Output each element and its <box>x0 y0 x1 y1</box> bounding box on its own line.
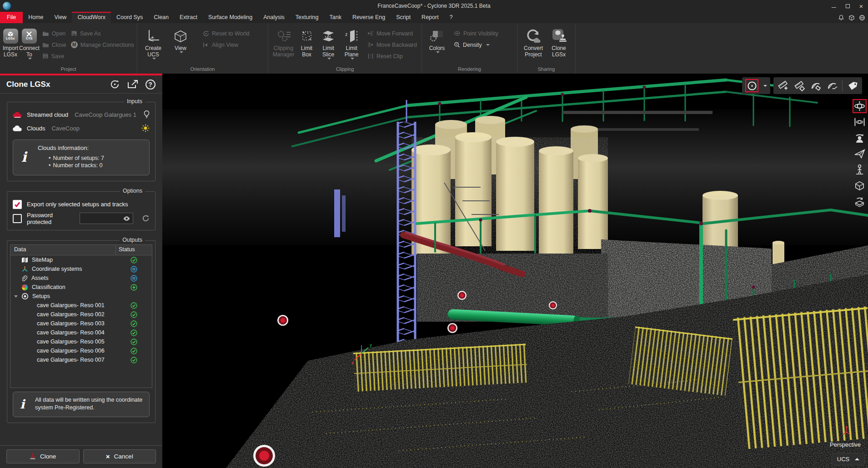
table-row-assets[interactable]: Assets <box>10 274 152 283</box>
look-around-icon[interactable] <box>853 131 867 145</box>
streamed-cloud-label: Streamed cloud <box>27 111 68 118</box>
orbit-icon[interactable] <box>853 99 867 113</box>
close-button-ribbon[interactable]: Close <box>40 40 68 50</box>
tab-surface-modeling[interactable]: Surface Modeling <box>203 12 258 23</box>
tab-cloudworx[interactable]: CloudWorx <box>72 12 111 23</box>
clipping-manager-button[interactable]: Clipping Manager <box>271 25 296 58</box>
view-cube-icon[interactable] <box>853 179 867 193</box>
limit-plane-button[interactable]: z Limit Plane <box>340 25 363 60</box>
density-button[interactable]: Density <box>452 40 500 50</box>
table-row-setup-001[interactable]: cave Galargues- Reso 001 <box>10 301 152 310</box>
viewport-3d[interactable]: x y <box>162 74 868 468</box>
move-forward-button[interactable]: Move Forward <box>366 29 419 38</box>
password-protected-checkbox[interactable] <box>13 214 22 223</box>
import-lgsx-button[interactable]: LGSx Import LGSx <box>3 25 18 58</box>
save-button[interactable]: Save <box>40 51 68 61</box>
clouds-row[interactable]: Clouds CaveCoop <box>13 121 150 135</box>
turntable-icon[interactable] <box>853 194 867 209</box>
tab-view[interactable]: View <box>49 12 72 23</box>
measure-add-icon[interactable] <box>777 80 789 92</box>
column-header-data: Data <box>10 245 115 255</box>
dropdown-caret-icon <box>152 58 156 60</box>
table-row-setup-007[interactable]: cave Galargues- Reso 007 <box>10 355 152 364</box>
view-button[interactable]: View <box>167 25 194 53</box>
tab-extract[interactable]: Extract <box>174 12 203 23</box>
point-visibility-button[interactable]: Point Visibility <box>452 29 500 38</box>
tab-file[interactable]: File <box>0 12 23 23</box>
measure-cloud-icon[interactable] <box>793 80 806 92</box>
dropdown-caret-icon <box>28 58 32 60</box>
clone-button[interactable]: Clone <box>6 449 80 463</box>
align-view-button[interactable]: Align View <box>201 40 251 50</box>
tab-home[interactable]: Home <box>23 12 49 23</box>
point-cloud-scene[interactable]: x y <box>162 74 868 468</box>
manage-connections-button[interactable]: M Manage Connections <box>69 40 136 50</box>
lightbulb-icon[interactable] <box>144 110 150 119</box>
cancel-x-icon: × <box>106 453 110 460</box>
close-button[interactable]: × <box>854 0 868 12</box>
undock-icon[interactable] <box>127 79 138 90</box>
tab-script[interactable]: Script <box>391 12 416 23</box>
table-row-coordinate-systems[interactable]: Coordinate systems <box>10 264 152 274</box>
tab-reverse-eng[interactable]: Reverse Eng <box>347 12 391 23</box>
minimize-button[interactable] <box>827 0 841 12</box>
table-row-setup-004[interactable]: cave Galargues- Reso 004 <box>10 328 152 337</box>
tab-texturing[interactable]: Texturing <box>290 12 324 23</box>
tab-help[interactable]: ? <box>444 12 458 23</box>
sitemap-icon <box>21 257 28 263</box>
tab-clean[interactable]: Clean <box>148 12 174 23</box>
ucs-button[interactable]: UCS <box>832 453 865 465</box>
table-row-setups[interactable]: Setups <box>10 292 152 301</box>
table-row-sitemap[interactable]: SiteMap <box>10 255 152 264</box>
help-icon[interactable]: ? <box>145 79 156 90</box>
reset-icon[interactable] <box>109 79 120 90</box>
clone-lgsx-button[interactable]: Clone LGSx <box>547 25 570 58</box>
globe-icon[interactable] <box>859 15 865 21</box>
group-label-project: Project <box>0 66 137 74</box>
open-button[interactable]: Open <box>40 29 68 38</box>
save-as-button[interactable]: Save As <box>69 29 136 38</box>
table-row-setup-002[interactable]: cave Galargues- Reso 002 <box>10 310 152 319</box>
tab-tank[interactable]: Tank <box>324 12 346 23</box>
export-only-checkbox[interactable] <box>13 200 22 209</box>
tab-report[interactable]: Report <box>416 12 444 23</box>
reset-to-world-button[interactable]: Reset to World <box>201 29 251 38</box>
table-row-setup-006[interactable]: cave Galargues- Reso 006 <box>10 346 152 355</box>
limit-slice-button[interactable]: Limit Slice <box>317 25 339 60</box>
classification-icon <box>21 284 28 291</box>
angle-wave-icon[interactable] <box>826 80 838 92</box>
bell-icon[interactable] <box>838 15 844 21</box>
reset-clip-button[interactable]: Reset Clip <box>366 51 419 61</box>
password-input[interactable] <box>80 213 133 224</box>
package-icon[interactable] <box>848 15 855 21</box>
dropdown-caret-icon[interactable] <box>763 85 767 87</box>
projection-label: Perspective <box>830 441 861 448</box>
tab-analysis[interactable]: Analysis <box>258 12 290 23</box>
table-row-classification[interactable]: Classification <box>10 283 152 292</box>
move-backward-button[interactable]: Move Backward <box>366 40 419 50</box>
info-bullet: Number of setups: 7 <box>49 155 145 161</box>
tab-coord-sys[interactable]: Coord Sys <box>111 12 148 23</box>
fly-icon[interactable] <box>853 147 867 161</box>
sun-icon[interactable] <box>141 124 150 132</box>
streamed-cloud-row[interactable]: Streamed cloud CaveCoop Galargues 1 <box>13 108 150 121</box>
table-row-setup-005[interactable]: cave Galargues- Reso 005 <box>10 337 152 346</box>
limit-box-button[interactable]: Limit Box <box>297 25 316 58</box>
walk-icon[interactable] <box>853 163 867 177</box>
eye-icon[interactable] <box>123 216 130 221</box>
cancel-button[interactable]: × Cancel <box>83 449 156 463</box>
convert-project-button[interactable]: Convert Project <box>520 25 547 58</box>
angle-eraser-icon[interactable] <box>809 80 822 92</box>
chevron-down-icon[interactable] <box>14 295 18 298</box>
table-row-setup-003[interactable]: cave Galargues- Reso 003 <box>10 319 152 328</box>
connect-to-button[interactable]: CYE Connect To <box>19 25 40 60</box>
maximize-button[interactable] <box>841 0 854 12</box>
ribbon-empty-area <box>576 23 868 74</box>
orbit-constrained-icon[interactable] <box>853 115 867 129</box>
colors-button[interactable]: Colors <box>425 25 449 53</box>
pick-mode-button[interactable] <box>745 79 758 92</box>
tag-icon[interactable] <box>846 80 859 92</box>
password-reset-icon[interactable] <box>142 214 150 222</box>
create-ucs-button[interactable]: Create UCS <box>140 25 166 60</box>
view-label: View <box>175 45 186 51</box>
